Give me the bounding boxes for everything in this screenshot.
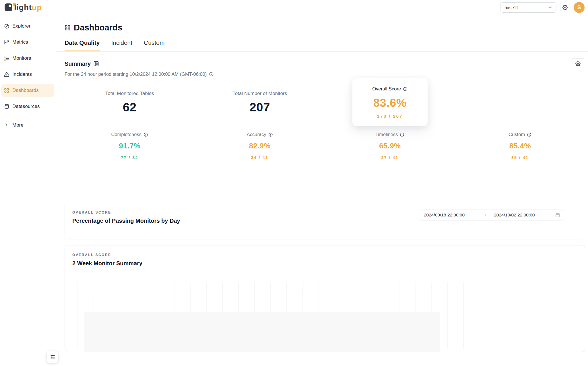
metric-label: Custom — [509, 132, 525, 137]
metric-value: 82.9% — [195, 142, 325, 150]
metric-fraction: 35 / 41 — [455, 155, 585, 160]
user-avatar[interactable]: S — [574, 2, 585, 13]
tab-data-quality[interactable]: Data Quality — [65, 39, 100, 51]
ordered-list-icon: 12 — [4, 56, 9, 61]
overall-score-value: 83.6% — [357, 96, 423, 109]
top-bar: lightup base11 S — [0, 0, 588, 15]
date-range-picker[interactable]: 2024/09/18 22:00:00 2024/10/02 22:00:00 — [419, 210, 564, 220]
sidebar-item-label: Datasources — [12, 104, 40, 109]
overall-score-fraction: 173 / 207 — [357, 114, 423, 119]
summary-period-text: For the 24 hour period starting 10/2/202… — [65, 71, 207, 77]
main-content: Dashboards Data Quality Incident Custom … — [56, 15, 588, 366]
empty-cell — [455, 91, 585, 126]
stat-label: Total Number of Monitors — [195, 91, 325, 96]
metric-value: 85.4% — [455, 142, 585, 150]
overall-score-label: Overall Score — [372, 86, 401, 92]
gear-icon — [562, 5, 568, 10]
svg-text:2: 2 — [5, 59, 6, 61]
tab-bar: Data Quality Incident Custom — [56, 39, 588, 52]
metric-label: Timeliness — [375, 132, 398, 137]
tab-incident[interactable]: Incident — [111, 39, 133, 51]
svg-text:1: 1 — [5, 56, 6, 58]
info-icon[interactable] — [268, 132, 273, 137]
workspace-select[interactable]: base11 — [500, 2, 556, 13]
sidebar-item-metrics[interactable]: Metrics — [0, 34, 56, 50]
sidebar-item-datasources[interactable]: Datasources — [0, 98, 56, 115]
line-chart-icon — [4, 40, 9, 45]
sidebar-item-monitors[interactable]: 12 Monitors — [0, 50, 56, 66]
stat-total-number-of-monitors: Total Number of Monitors 207 — [195, 91, 325, 126]
sidebar-item-explorer[interactable]: Explorer — [0, 18, 56, 34]
settings-button[interactable] — [560, 3, 570, 12]
two-week-monitor-summary-card: OVERALL SCORE 2 Week Monitor Summary — [65, 245, 585, 352]
metric-completeness: Completeness 91.7% 77 / 84 — [65, 132, 195, 160]
lightup-logo[interactable]: lightup — [5, 1, 42, 13]
stat-total-monitored-tables: Total Monitored Tables 62 — [65, 91, 195, 126]
sidebar-item-label: Incidents — [12, 71, 32, 77]
sidebar-item-label: Explorer — [12, 23, 30, 29]
metric-value: 91.7% — [65, 142, 195, 150]
summary-settings-button[interactable] — [571, 58, 585, 69]
section-divider — [65, 182, 585, 182]
grid-icon — [4, 88, 9, 93]
metric-label: Completeness — [111, 132, 141, 137]
workspace-select-value: base11 — [504, 5, 518, 10]
date-range-start-input[interactable]: 2024/09/18 22:00:00 — [424, 212, 465, 218]
metric-timeliness: Timeliness 65.9% 27 / 41 — [325, 132, 455, 160]
lightup-logo-dot-icon — [13, 3, 16, 6]
gear-icon — [575, 61, 581, 66]
summary-table-icon — [93, 61, 99, 67]
collapse-sidebar-button[interactable] — [47, 351, 58, 363]
lightup-logo-icon — [5, 3, 12, 11]
dashboards-grid-icon — [65, 25, 71, 31]
info-icon[interactable] — [209, 72, 214, 77]
chart-loading-placeholder — [84, 312, 440, 352]
stat-value: 207 — [195, 100, 325, 114]
metric-accuracy: Accuracy 82.9% 34 / 41 — [195, 132, 325, 160]
stat-label: Total Monitored Tables — [65, 91, 195, 96]
card-title: 2 Week Monitor Summary — [72, 260, 577, 267]
metric-fraction: 27 / 41 — [325, 155, 455, 160]
stat-value: 62 — [65, 100, 195, 114]
overall-score-card: Overall Score 83.6% 173 / 207 — [352, 78, 428, 126]
date-range-end-input[interactable]: 2024/10/02 22:00:00 — [494, 212, 535, 218]
summary-totals-row: Total Monitored Tables 62 Total Number o… — [56, 91, 588, 126]
metric-value: 65.9% — [325, 142, 455, 150]
warning-triangle-icon — [4, 72, 9, 77]
info-icon[interactable] — [403, 87, 407, 91]
sidebar-item-label: Metrics — [12, 39, 28, 45]
passing-monitors-by-day-card: OVERALL SCORE Percentage of Passing Moni… — [65, 203, 585, 239]
sidebar: Explorer Metrics 12 Monitors — [0, 15, 56, 366]
sidebar-item-label: Monitors — [12, 55, 31, 61]
info-icon[interactable] — [527, 132, 531, 137]
card-eyebrow: OVERALL SCORE — [72, 253, 577, 257]
page-title: Dashboards — [74, 23, 123, 32]
compass-icon — [4, 24, 9, 29]
database-icon — [4, 104, 9, 109]
summary-metrics-row: Completeness 91.7% 77 / 84 Accuracy 82.9… — [56, 132, 588, 160]
sidebar-more-label: More — [12, 122, 24, 128]
tab-custom[interactable]: Custom — [144, 39, 164, 51]
info-icon[interactable] — [143, 132, 148, 137]
arrow-right-icon — [482, 213, 486, 217]
lightup-logo-text: lightup — [14, 1, 42, 13]
calendar-icon[interactable] — [555, 212, 560, 218]
sidebar-item-incidents[interactable]: Incidents — [0, 66, 56, 82]
metric-custom: Custom 85.4% 35 / 41 — [455, 132, 585, 160]
sidebar-divider — [0, 116, 56, 116]
metric-fraction: 34 / 41 — [195, 155, 325, 160]
info-icon[interactable] — [400, 132, 404, 137]
sidebar-item-label: Dashboards — [12, 88, 39, 93]
metric-fraction: 77 / 84 — [65, 155, 195, 160]
sidebar-item-dashboards[interactable]: Dashboards — [0, 82, 56, 98]
summary-title: Summary — [65, 61, 91, 67]
sidebar-item-more[interactable]: More — [0, 117, 56, 133]
menu-fold-icon — [50, 355, 55, 360]
chevron-right-icon — [4, 123, 9, 128]
chevron-down-icon — [548, 5, 553, 10]
metric-label: Accuracy — [247, 132, 266, 137]
